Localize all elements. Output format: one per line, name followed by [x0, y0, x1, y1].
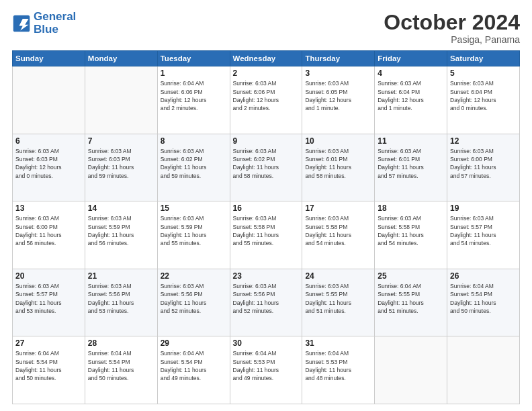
day-info: Sunrise: 6:03 AM Sunset: 6:00 PM Dayligh…: [450, 147, 517, 180]
calendar-cell: 1Sunrise: 6:04 AM Sunset: 6:06 PM Daylig…: [157, 66, 230, 134]
calendar-week-5: 27Sunrise: 6:04 AM Sunset: 5:54 PM Dayli…: [13, 336, 520, 404]
calendar-cell: 6Sunrise: 6:03 AM Sunset: 6:03 PM Daylig…: [13, 134, 85, 201]
day-number: 19: [450, 203, 517, 213]
day-number: 13: [15, 203, 82, 213]
day-number: 4: [378, 68, 444, 78]
day-number: 25: [378, 271, 444, 281]
day-number: 22: [161, 271, 227, 281]
calendar-cell: 17Sunrise: 6:03 AM Sunset: 5:58 PM Dayli…: [302, 201, 375, 269]
calendar-cell: 13Sunrise: 6:03 AM Sunset: 6:00 PM Dayli…: [13, 201, 85, 269]
calendar-cell: 8Sunrise: 6:03 AM Sunset: 6:02 PM Daylig…: [157, 134, 230, 201]
day-number: 26: [450, 271, 517, 281]
logo: General Blue: [12, 11, 76, 36]
logo-line1: General: [34, 10, 76, 23]
calendar-week-2: 6Sunrise: 6:03 AM Sunset: 6:03 PM Daylig…: [13, 134, 520, 201]
day-info: Sunrise: 6:03 AM Sunset: 5:56 PM Dayligh…: [233, 282, 300, 315]
location: Pasiga, Panama: [384, 34, 520, 45]
day-info: Sunrise: 6:04 AM Sunset: 5:53 PM Dayligh…: [233, 349, 300, 382]
calendar-cell: 19Sunrise: 6:03 AM Sunset: 5:57 PM Dayli…: [447, 201, 520, 269]
page: General Blue October 2024 Pasiga, Panama…: [0, 0, 532, 411]
day-number: 16: [233, 203, 300, 213]
day-number: 6: [15, 136, 82, 146]
day-header-friday: Friday: [375, 51, 447, 66]
day-header-wednesday: Wednesday: [230, 51, 302, 66]
day-info: Sunrise: 6:03 AM Sunset: 6:03 PM Dayligh…: [88, 147, 154, 180]
calendar-week-1: 1Sunrise: 6:04 AM Sunset: 6:06 PM Daylig…: [13, 66, 520, 134]
calendar-cell: 18Sunrise: 6:03 AM Sunset: 5:58 PM Dayli…: [375, 201, 447, 269]
day-info: Sunrise: 6:03 AM Sunset: 5:58 PM Dayligh…: [233, 214, 300, 247]
day-number: 2: [233, 68, 300, 78]
calendar-week-4: 20Sunrise: 6:03 AM Sunset: 5:57 PM Dayli…: [13, 269, 520, 336]
calendar-cell: 24Sunrise: 6:03 AM Sunset: 5:55 PM Dayli…: [302, 269, 375, 336]
logo-line2: Blue: [34, 23, 58, 36]
day-info: Sunrise: 6:03 AM Sunset: 6:01 PM Dayligh…: [305, 147, 371, 180]
day-number: 17: [305, 203, 371, 213]
day-number: 5: [450, 68, 517, 78]
calendar-week-3: 13Sunrise: 6:03 AM Sunset: 6:00 PM Dayli…: [13, 201, 520, 269]
day-info: Sunrise: 6:04 AM Sunset: 5:54 PM Dayligh…: [161, 349, 227, 382]
day-info: Sunrise: 6:04 AM Sunset: 5:55 PM Dayligh…: [378, 282, 444, 315]
day-number: 7: [88, 136, 154, 146]
day-info: Sunrise: 6:03 AM Sunset: 6:06 PM Dayligh…: [233, 79, 300, 112]
day-info: Sunrise: 6:03 AM Sunset: 5:59 PM Dayligh…: [161, 214, 227, 247]
day-header-monday: Monday: [85, 51, 157, 66]
calendar-cell: 16Sunrise: 6:03 AM Sunset: 5:58 PM Dayli…: [230, 201, 302, 269]
calendar-cell: 10Sunrise: 6:03 AM Sunset: 6:01 PM Dayli…: [302, 134, 375, 201]
day-info: Sunrise: 6:03 AM Sunset: 5:58 PM Dayligh…: [378, 214, 444, 247]
day-info: Sunrise: 6:03 AM Sunset: 6:02 PM Dayligh…: [161, 147, 227, 180]
day-number: 23: [233, 271, 300, 281]
day-info: Sunrise: 6:03 AM Sunset: 6:04 PM Dayligh…: [378, 79, 444, 112]
day-info: Sunrise: 6:04 AM Sunset: 5:54 PM Dayligh…: [88, 349, 154, 382]
calendar-cell: 14Sunrise: 6:03 AM Sunset: 5:59 PM Dayli…: [85, 201, 157, 269]
day-number: 15: [161, 203, 227, 213]
day-info: Sunrise: 6:03 AM Sunset: 5:57 PM Dayligh…: [15, 282, 82, 315]
day-number: 8: [161, 136, 227, 146]
calendar-cell: 31Sunrise: 6:04 AM Sunset: 5:53 PM Dayli…: [302, 336, 375, 404]
day-number: 20: [15, 271, 82, 281]
calendar-cell: 3Sunrise: 6:03 AM Sunset: 6:05 PM Daylig…: [302, 66, 375, 134]
calendar-cell: 12Sunrise: 6:03 AM Sunset: 6:00 PM Dayli…: [447, 134, 520, 201]
day-info: Sunrise: 6:03 AM Sunset: 6:04 PM Dayligh…: [450, 79, 517, 112]
calendar-cell: 7Sunrise: 6:03 AM Sunset: 6:03 PM Daylig…: [85, 134, 157, 201]
day-number: 21: [88, 271, 154, 281]
day-number: 10: [305, 136, 371, 146]
calendar-cell: 25Sunrise: 6:04 AM Sunset: 5:55 PM Dayli…: [375, 269, 447, 336]
calendar-header: SundayMondayTuesdayWednesdayThursdayFrid…: [13, 51, 520, 66]
day-number: 28: [88, 338, 154, 348]
day-info: Sunrise: 6:03 AM Sunset: 6:00 PM Dayligh…: [15, 214, 82, 247]
month-title: October 2024: [384, 11, 520, 34]
day-info: Sunrise: 6:03 AM Sunset: 6:05 PM Dayligh…: [305, 79, 371, 112]
day-info: Sunrise: 6:03 AM Sunset: 6:01 PM Dayligh…: [378, 147, 444, 180]
day-info: Sunrise: 6:04 AM Sunset: 6:06 PM Dayligh…: [161, 79, 227, 112]
day-number: 9: [233, 136, 300, 146]
header: General Blue October 2024 Pasiga, Panama: [12, 11, 520, 45]
day-header-tuesday: Tuesday: [157, 51, 230, 66]
logo-icon: [12, 14, 31, 33]
day-info: Sunrise: 6:03 AM Sunset: 6:02 PM Dayligh…: [233, 147, 300, 180]
day-info: Sunrise: 6:03 AM Sunset: 5:57 PM Dayligh…: [450, 214, 517, 247]
calendar-cell: 15Sunrise: 6:03 AM Sunset: 5:59 PM Dayli…: [157, 201, 230, 269]
day-number: 14: [88, 203, 154, 213]
day-number: 18: [378, 203, 444, 213]
calendar-cell: 9Sunrise: 6:03 AM Sunset: 6:02 PM Daylig…: [230, 134, 302, 201]
calendar-cell: 20Sunrise: 6:03 AM Sunset: 5:57 PM Dayli…: [13, 269, 85, 336]
calendar-cell: 26Sunrise: 6:04 AM Sunset: 5:54 PM Dayli…: [447, 269, 520, 336]
logo-text: General Blue: [34, 11, 76, 36]
day-number: 24: [305, 271, 371, 281]
day-number: 29: [161, 338, 227, 348]
calendar-cell: [447, 336, 520, 404]
day-number: 1: [161, 68, 227, 78]
calendar-cell: 4Sunrise: 6:03 AM Sunset: 6:04 PM Daylig…: [375, 66, 447, 134]
day-info: Sunrise: 6:03 AM Sunset: 5:56 PM Dayligh…: [161, 282, 227, 315]
calendar-cell: 22Sunrise: 6:03 AM Sunset: 5:56 PM Dayli…: [157, 269, 230, 336]
day-info: Sunrise: 6:04 AM Sunset: 5:54 PM Dayligh…: [15, 349, 82, 382]
calendar-cell: 28Sunrise: 6:04 AM Sunset: 5:54 PM Dayli…: [85, 336, 157, 404]
day-number: 30: [233, 338, 300, 348]
day-number: 31: [305, 338, 371, 348]
day-header-saturday: Saturday: [447, 51, 520, 66]
day-info: Sunrise: 6:04 AM Sunset: 5:53 PM Dayligh…: [305, 349, 371, 382]
day-info: Sunrise: 6:03 AM Sunset: 5:59 PM Dayligh…: [88, 214, 154, 247]
day-info: Sunrise: 6:03 AM Sunset: 5:55 PM Dayligh…: [305, 282, 371, 315]
day-number: 3: [305, 68, 371, 78]
day-header-thursday: Thursday: [302, 51, 375, 66]
